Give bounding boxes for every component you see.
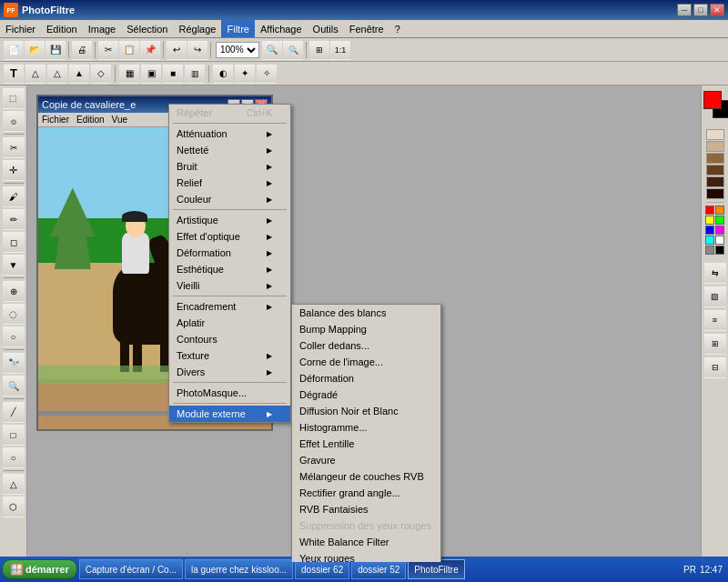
zoom-in-button[interactable]: 🔍 — [262, 40, 282, 60]
redo-button[interactable]: ↪ — [187, 40, 207, 60]
menu-help[interactable]: ? — [389, 20, 406, 37]
sub-rectifier-grand-angle[interactable]: Rectifier grand angle... — [292, 485, 440, 501]
menu-fichier[interactable]: Fichier — [0, 20, 41, 37]
open-button[interactable]: 📂 — [25, 40, 45, 60]
line-tool[interactable]: ╱ — [3, 401, 25, 423]
menu-vieilli[interactable]: Vieilli ▶ — [169, 277, 290, 294]
save-button[interactable]: 💾 — [46, 40, 66, 60]
foreground-color[interactable] — [703, 91, 722, 109]
right-btn-1[interactable]: ⇆ — [704, 262, 726, 284]
crop-tool[interactable]: ✂ — [3, 136, 25, 158]
palette-color-5[interactable] — [706, 176, 724, 187]
menu-reglage[interactable]: Réglage — [174, 20, 222, 37]
close-button[interactable]: ✕ — [710, 4, 724, 16]
sub-diffusion-nb[interactable]: Diffusion Noir et Blanc — [292, 403, 440, 419]
menu-contours[interactable]: Contours — [169, 331, 290, 347]
menu-effet-optique[interactable]: Effet d'optique ▶ — [169, 228, 290, 245]
sub-white-balance-filter[interactable]: White Balance Filter — [292, 534, 440, 550]
sub-corne-image[interactable]: Corne de l'image... — [292, 354, 440, 370]
pc-orange[interactable] — [715, 206, 724, 215]
start-button[interactable]: 🪟 démarrer — [2, 559, 77, 579]
menu-relief[interactable]: Relief ▶ — [169, 175, 290, 191]
menu-repeter[interactable]: Répéter Ctrl+K — [169, 105, 290, 121]
menu-aplatir[interactable]: Aplatir — [169, 315, 290, 331]
right-btn-4[interactable]: ⊞ — [704, 333, 726, 355]
doc-menu-fichier[interactable]: Fichier — [42, 115, 69, 125]
dodge-tool[interactable]: ○ — [3, 326, 25, 347]
sub-effet-lentille[interactable]: Effet Lentille — [292, 436, 440, 452]
pc-yellow[interactable] — [705, 216, 714, 225]
palette-color-2[interactable] — [706, 141, 724, 152]
eyedropper-tool[interactable]: 🔭 — [3, 352, 25, 374]
right-btn-2[interactable]: ▧ — [704, 286, 726, 307]
pc-gray[interactable] — [705, 246, 714, 255]
move-tool[interactable]: ✛ — [3, 159, 25, 181]
actual-size-button[interactable]: 1:1 — [330, 40, 350, 60]
menu-encadrement[interactable]: Encadrement ▶ — [169, 298, 290, 315]
solid-button[interactable]: ■ — [163, 64, 183, 84]
sub-rvb-fantaisies[interactable]: RVB Fantaisies — [292, 501, 440, 517]
dash-button[interactable]: ▥ — [185, 64, 205, 84]
menu-outils[interactable]: Outils — [308, 20, 344, 37]
effect2-button[interactable]: ✧ — [257, 64, 277, 84]
menu-artistique[interactable]: Artistique ▶ — [169, 212, 290, 228]
menu-texture[interactable]: Texture ▶ — [169, 347, 290, 364]
zoom-out-button[interactable]: 🔍 — [283, 40, 303, 60]
menu-image[interactable]: Image — [83, 20, 122, 37]
menu-bruit[interactable]: Bruit ▶ — [169, 158, 290, 175]
cut-button[interactable]: ✂ — [98, 40, 118, 60]
taskbar-dossier62[interactable]: dossier 62 — [295, 559, 349, 579]
border-button[interactable]: ▣ — [141, 64, 161, 84]
blur-tool[interactable]: ◌ — [3, 303, 25, 325]
menu-edition[interactable]: Edition — [41, 20, 83, 37]
pencil-tool[interactable]: ✏ — [3, 208, 25, 230]
copy-button[interactable]: 📋 — [119, 40, 139, 60]
shape-tool[interactable]: □ — [3, 424, 25, 446]
menu-selection[interactable]: Sélection — [121, 20, 173, 37]
menu-esthetique[interactable]: Esthétique ▶ — [169, 261, 290, 277]
sub-deformation[interactable]: Déformation — [292, 370, 440, 386]
doc-menu-vue[interactable]: Vue — [112, 115, 127, 125]
palette-color-4[interactable] — [706, 165, 724, 176]
fit-button[interactable]: ⊞ — [309, 40, 329, 60]
text-tool-button[interactable]: T — [4, 64, 24, 84]
sub-bump-mapping[interactable]: Bump Mapping — [292, 321, 440, 337]
sub-gravure[interactable]: Gravure — [292, 452, 440, 468]
menu-affichage[interactable]: Affichage — [255, 20, 308, 37]
menu-couleur[interactable]: Couleur ▶ — [169, 191, 290, 207]
pc-cyan[interactable] — [705, 236, 714, 245]
shapes3-button[interactable]: ▲ — [69, 64, 89, 84]
right-btn-3[interactable]: ≡ — [704, 309, 726, 331]
zoom-select[interactable]: 100% 25% 50% 75% 150% 200% — [216, 42, 259, 58]
menu-photomasque[interactable]: PhotoMasque... — [169, 385, 290, 401]
opacity-button[interactable]: ◐ — [213, 64, 233, 84]
new-button[interactable]: 📄 — [4, 40, 24, 60]
shapes4-button[interactable]: ◇ — [91, 64, 111, 84]
minimize-button[interactable]: ─ — [677, 4, 692, 16]
pc-red[interactable] — [705, 206, 714, 215]
undo-button[interactable]: ↩ — [167, 40, 187, 60]
menu-fenetre[interactable]: Fenêtre — [344, 20, 389, 37]
effect-button[interactable]: ✦ — [235, 64, 255, 84]
shapes2-button[interactable]: △ — [47, 64, 67, 84]
clone-tool[interactable]: ⊕ — [3, 280, 25, 302]
taskbar-capture[interactable]: Capture d'écran / Co... — [79, 559, 183, 579]
doc-menu-edition[interactable]: Edition — [76, 115, 105, 125]
menu-filtre[interactable]: Filtre — [221, 20, 254, 37]
star-tool[interactable]: ⬡ — [3, 496, 25, 517]
zoom-tool[interactable]: 🔍 — [3, 375, 25, 396]
menu-module-externe[interactable]: Module externe ▶ — [169, 406, 290, 422]
palette-color-1[interactable] — [706, 129, 724, 140]
eraser-tool[interactable]: ◻ — [3, 231, 25, 253]
menu-deformation[interactable]: Déformation ▶ — [169, 245, 290, 261]
sub-suppression-yeux-rouges[interactable]: Suppression des yeux rouges — [292, 517, 440, 534]
pc-black[interactable] — [715, 246, 724, 255]
sub-balance-blancs[interactable]: Balance des blancs — [292, 305, 440, 321]
lasso-tool[interactable]: ⌾ — [3, 110, 25, 132]
fill-tool[interactable]: ▼ — [3, 254, 25, 276]
right-btn-5[interactable]: ⊟ — [704, 356, 726, 378]
polygon-tool[interactable]: △ — [3, 473, 25, 495]
taskbar-dossier52[interactable]: dossier 52 — [351, 559, 406, 579]
print-button[interactable]: 🖨 — [72, 40, 92, 60]
selection-tool[interactable]: ⬚ — [3, 87, 25, 109]
